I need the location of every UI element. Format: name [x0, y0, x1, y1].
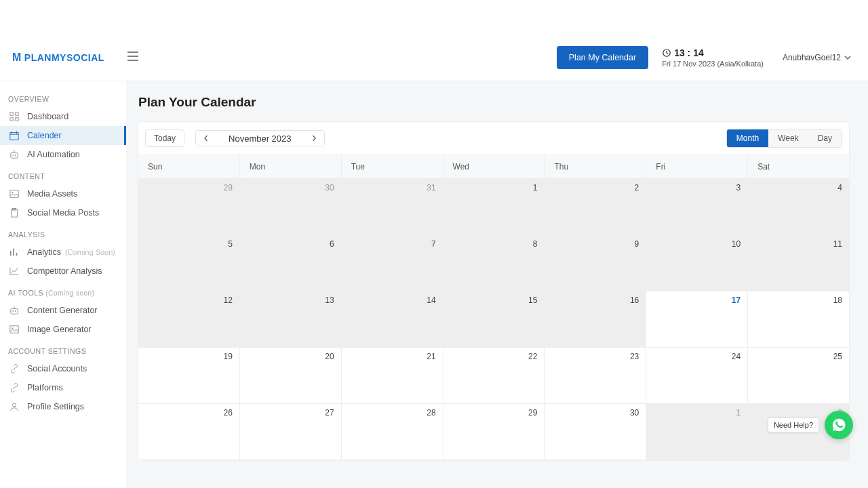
calendar-cell[interactable]: 26	[138, 404, 240, 460]
calendar-cell[interactable]: 16	[545, 291, 646, 347]
calendar-cell[interactable]: 6	[240, 235, 342, 291]
brand-logo: M PLANMYSOCIAL	[12, 52, 104, 64]
sidebar-item-igen[interactable]: Image Generator	[0, 320, 126, 339]
calendar-cell[interactable]: 14	[342, 291, 443, 347]
calendar-cell[interactable]: 11	[748, 235, 849, 291]
calendar-cell[interactable]: 9	[545, 235, 646, 291]
calendar-cell[interactable]: 8	[443, 235, 545, 291]
page-title: Plan Your Calendar	[138, 95, 849, 110]
sidebar-item-calendar[interactable]: Calender	[0, 126, 126, 145]
next-month-button[interactable]	[304, 131, 324, 146]
sidebar-item-label: Content Generator	[27, 306, 98, 315]
sidebar-item-cgen[interactable]: Content Generator	[0, 301, 126, 320]
sidebar-item-plat[interactable]: Platforms	[0, 378, 126, 397]
calendar-cell[interactable]: 18	[748, 291, 849, 347]
calendar-cell[interactable]: 1	[443, 179, 545, 235]
calendar-cell[interactable]: 15	[443, 291, 545, 347]
sidebar-item-prof[interactable]: Profile Settings	[0, 397, 126, 416]
calendar-day-number: 15	[528, 296, 537, 305]
calendar-day-header: Sun	[138, 155, 240, 178]
calendar-cell[interactable]: 10	[646, 235, 748, 291]
plan-calendar-button[interactable]: Plan My Calendar	[557, 46, 648, 69]
calendar-toolbar: Today November 2023 Month Week Day	[138, 122, 849, 155]
view-week-button[interactable]: Week	[768, 129, 808, 147]
calendar-cell[interactable]: 24	[646, 348, 748, 403]
logo-icon: M	[12, 52, 22, 64]
calendar-cell[interactable]: 1	[646, 404, 748, 460]
sidebar-item-aiauto[interactable]: AI Automation	[0, 145, 126, 164]
sidebar-item-label: Social Media Posts	[27, 208, 99, 218]
svg-point-7	[12, 155, 14, 156]
calendar-row: 12131415161718	[138, 291, 849, 348]
clock-date: Fri 17 Nov 2023 (Asia/Kolkata)	[662, 60, 764, 68]
sidebar-item-smposts[interactable]: Social Media Posts	[0, 203, 126, 222]
calendar-day-header: Thu	[545, 155, 646, 178]
view-day-button[interactable]: Day	[808, 129, 842, 147]
view-switch: Month Week Day	[726, 129, 842, 148]
user-menu[interactable]: AnubhavGoel12	[783, 53, 852, 62]
sidebar-section-label: CONTENT	[0, 164, 126, 184]
calendar-cell[interactable]: 29	[138, 179, 240, 235]
calendar-day-number: 29	[224, 183, 233, 192]
robot-icon	[8, 150, 20, 159]
svg-rect-13	[11, 308, 18, 314]
calendar-cell[interactable]: 25	[748, 348, 849, 403]
calendar-cell[interactable]: 31	[342, 179, 443, 235]
calendar-cell[interactable]: 22	[443, 348, 545, 403]
sidebar-item-label: Profile Settings	[27, 402, 84, 411]
calendar-cell[interactable]: 29	[443, 404, 545, 460]
sidebar-item-label: Social Accounts	[27, 364, 87, 373]
calendar-day-number: 12	[224, 296, 233, 305]
svg-rect-3	[10, 118, 13, 121]
view-month-button[interactable]: Month	[727, 129, 768, 147]
calendar-cell[interactable]: 30	[545, 404, 646, 460]
calendar-cell[interactable]: 28	[342, 404, 443, 460]
sidebar-item-label: Competitor Analysis	[27, 266, 102, 276]
calendar-day-number: 10	[732, 239, 741, 249]
svg-point-15	[15, 310, 16, 312]
calendar-cell[interactable]: 13	[240, 291, 342, 347]
sidebar-item-soc[interactable]: Social Accounts	[0, 359, 126, 378]
calendar-cell[interactable]: 12	[138, 291, 240, 347]
sidebar-item-media[interactable]: Media Assets	[0, 184, 126, 203]
calendar-cell[interactable]: 5	[138, 235, 240, 291]
calendar-day-number: 31	[427, 183, 435, 192]
calendar-cell[interactable]: 21	[342, 348, 443, 403]
calendar-day-number: 4	[837, 183, 842, 192]
calendar-cell[interactable]: 27	[240, 404, 342, 460]
svg-point-18	[12, 403, 16, 407]
calendar-cell[interactable]: 3	[646, 179, 748, 235]
calendar-cell[interactable]: 30	[240, 179, 342, 235]
username: AnubhavGoel12	[783, 53, 841, 62]
clock-time: 13 : 14	[674, 47, 704, 58]
help-widget: Need Help?	[768, 411, 853, 439]
svg-rect-9	[10, 190, 18, 198]
calendar-day-number: 21	[427, 352, 435, 361]
calendar-cell[interactable]: 17	[646, 291, 748, 347]
svg-point-17	[12, 327, 13, 329]
sidebar-toggle-icon[interactable]	[127, 52, 138, 64]
calendar-day-number: 1	[736, 408, 741, 418]
clipboard-icon	[8, 208, 20, 218]
calendar-cell[interactable]: 2	[545, 179, 646, 235]
calendar-cell[interactable]: 4	[748, 179, 849, 235]
calendar-day-number: 5	[228, 239, 233, 249]
chevron-left-icon	[203, 135, 210, 142]
whatsapp-button[interactable]	[825, 411, 853, 439]
calendar-day-number: 24	[732, 352, 741, 361]
calendar-cell[interactable]: 23	[545, 348, 646, 403]
sidebar-item-label: Platforms	[27, 383, 63, 392]
help-label: Need Help?	[768, 418, 819, 432]
calendar-day-number: 27	[325, 408, 334, 418]
calendar-cell[interactable]: 7	[342, 235, 443, 291]
sidebar-item-competitor[interactable]: Competitor Analysis	[0, 262, 126, 281]
sidebar-section-label: ANALYSIS	[0, 222, 126, 243]
today-button[interactable]: Today	[145, 129, 184, 147]
calendar-cell[interactable]: 20	[240, 348, 342, 403]
calendar-day-number: 13	[325, 296, 334, 305]
sidebar-item-dashboard[interactable]: Dashboard	[0, 107, 126, 126]
svg-rect-2	[16, 113, 18, 115]
sidebar-item-analytics[interactable]: Analytics(Coming Soon)	[0, 243, 126, 262]
calendar-cell[interactable]: 19	[138, 348, 240, 403]
prev-month-button[interactable]	[196, 131, 216, 146]
